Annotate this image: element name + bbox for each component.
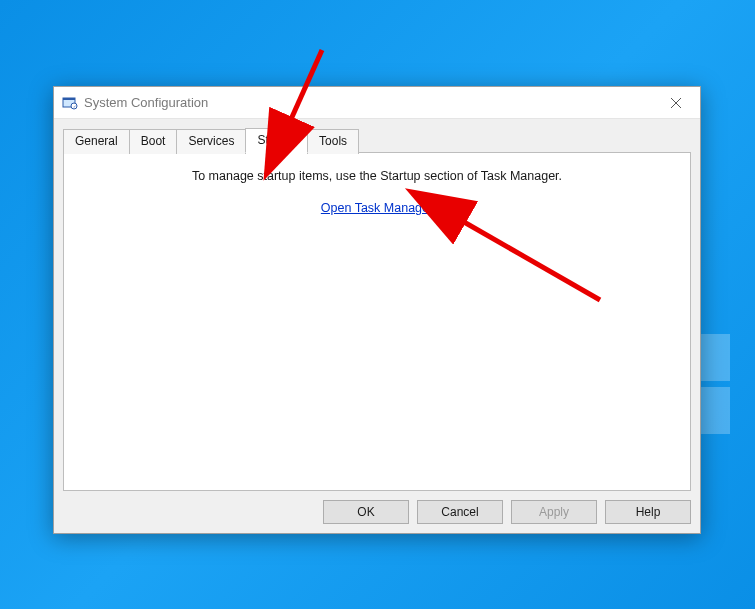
cancel-button[interactable]: Cancel [417, 500, 503, 524]
tab-startup[interactable]: Startup [245, 128, 308, 153]
tab-boot[interactable]: Boot [129, 129, 178, 154]
tab-services[interactable]: Services [176, 129, 246, 154]
window-title: System Configuration [84, 95, 656, 110]
button-row: OK Cancel Apply Help [63, 491, 691, 524]
app-icon: ✓ [62, 95, 78, 111]
svg-text:✓: ✓ [73, 104, 76, 109]
ok-button[interactable]: OK [323, 500, 409, 524]
open-task-manager-link[interactable]: Open Task Manager [321, 201, 433, 215]
system-configuration-window: ✓ System Configuration General Boot Serv… [53, 86, 701, 534]
close-button[interactable] [656, 91, 696, 115]
apply-button[interactable]: Apply [511, 500, 597, 524]
startup-message: To manage startup items, use the Startup… [82, 169, 672, 183]
tabs-strip: General Boot Services Startup Tools [63, 128, 691, 153]
svg-rect-1 [63, 98, 75, 100]
titlebar[interactable]: ✓ System Configuration [54, 87, 700, 119]
client-area: General Boot Services Startup Tools To m… [54, 119, 700, 533]
startup-pane: To manage startup items, use the Startup… [63, 152, 691, 491]
tab-tools[interactable]: Tools [307, 129, 359, 154]
tab-general[interactable]: General [63, 129, 130, 154]
help-button[interactable]: Help [605, 500, 691, 524]
